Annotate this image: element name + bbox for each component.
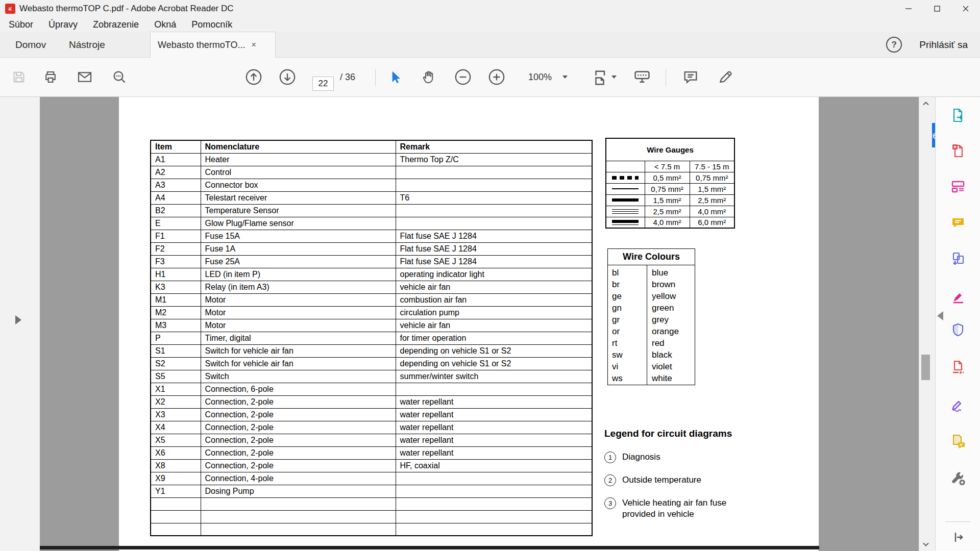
table-cell-nomenclature: Fuse 1A [201,242,396,255]
wire-colour-row: bl blue [608,267,695,279]
table-cell-nomenclature: Connection, 2-pole [201,395,396,408]
table-row: K3 Relay (in item A3) vehicle air fan [151,281,592,293]
table-cell-remark: water repellant [396,408,592,421]
table-cell-remark: water repellant [396,395,592,408]
page-number-input[interactable] [312,77,334,91]
table-cell-nomenclature: Temperature Sensor [201,204,396,217]
menu-item[interactable]: Zobrazenie [85,17,146,32]
tab-home[interactable]: Domov [15,32,46,58]
table-cell-nomenclature: Telestart receiver [201,191,396,204]
vertical-scrollbar[interactable] [919,97,932,551]
create-pdf-icon[interactable] [950,142,966,159]
table-row: F1 Fuse 15A Flat fuse SAE J 1284 [151,230,592,242]
fill-and-sign-icon[interactable] [950,396,966,412]
table-cell-remark: for timer operation [396,332,592,344]
select-tool-icon[interactable] [387,69,403,85]
menu-item[interactable]: Pomocník [184,17,240,32]
zoom-dropdown-caret-icon[interactable] [562,76,568,79]
table-cell-nomenclature: Connection, 2-pole [201,459,396,472]
protect-icon[interactable] [950,322,966,338]
navigation-pane-toggle-icon[interactable] [15,315,21,324]
wire-colour-abbr: rt [608,337,647,349]
table-cell-item: X9 [151,472,201,485]
tab-document[interactable]: Webasto thermoTO... × [150,32,276,58]
table-row: S1 Switch for vehicle air fan depending … [151,344,592,357]
search-icon[interactable] [111,69,128,85]
wire-colours-divider [647,265,647,385]
tab-tools[interactable]: Nástroje [69,32,105,58]
tab-close-icon[interactable]: × [251,40,256,49]
scroll-down-icon[interactable] [919,539,933,550]
wire-gauges-header-cell: 7.5 - 15 m [690,161,734,172]
table-cell-nomenclature: Relay (in item A3) [201,281,396,293]
table-cell-item: X6 [151,446,201,459]
save-icon[interactable] [11,69,27,85]
redact-icon[interactable] [950,288,966,304]
wire-gauge-value: 1,5 mm² [690,183,734,194]
export-pdf-icon[interactable] [950,107,966,123]
menu-item[interactable]: Súbor [1,17,41,32]
page-bottom-edge [40,546,819,549]
wire-gauges-empty-cell [606,161,645,172]
scroll-up-icon[interactable] [919,98,933,109]
tools-pane-collapse-icon[interactable] [937,311,943,320]
table-cell-remark [396,497,592,510]
previous-page-icon[interactable] [245,68,262,86]
table-cell-remark [396,179,592,191]
email-icon[interactable] [77,69,93,85]
page-display-icon[interactable] [633,68,651,86]
wire-colour-name: grey [647,314,695,325]
menu-item[interactable]: Úpravy [41,17,85,32]
table-cell-nomenclature: Glow Plug/Flame sensor [201,217,396,230]
help-icon[interactable]: ? [886,37,902,53]
components-table: Item Nomenclature Remark A1 Heater Therm… [150,140,593,536]
table-cell-remark: vehicle air fan [396,319,592,332]
table-row: B2 Temperature Sensor [151,204,592,217]
wire-colours-table: Wire Colours bl blue br brown [607,248,695,385]
wire-gauge-value: 0,5 mm² [645,172,690,183]
next-page-icon[interactable] [279,68,296,86]
table-cell-nomenclature [201,510,396,523]
table-row: H1 LED (in item P) operating indicator l… [151,268,592,281]
table-cell-item: S2 [151,357,201,370]
close-button[interactable] [951,0,980,17]
open-tools-pane-icon[interactable] [950,529,966,545]
table-row: Y1 Dosing Pump [151,485,592,497]
wire-colour-row: ge yellow [608,290,695,302]
fit-width-icon[interactable] [592,68,610,86]
pdf-page: Item Nomenclature Remark A1 Heater Therm… [119,97,819,551]
scrollbar-thumb[interactable] [921,355,930,380]
compress-pdf-icon[interactable] [950,359,966,375]
sign-in-button[interactable]: Prihlásiť sa [919,39,968,51]
combine-files-icon[interactable] [950,251,966,267]
table-cell-remark: summer/winter switch [396,370,592,383]
comment-tool-icon[interactable] [682,68,699,86]
send-for-review-icon[interactable] [950,433,966,449]
minimize-button[interactable] [894,0,923,17]
table-cell-nomenclature: Fuse 25A [201,255,396,268]
hand-tool-icon[interactable] [421,69,437,85]
table-row: X6 Connection, 2-pole water repellant [151,446,592,459]
zoom-out-icon[interactable] [454,68,472,86]
wire-gauges-row: 0,5 mm² 0,75 mm² [606,172,734,183]
print-icon[interactable] [43,69,58,85]
fit-dropdown-caret-icon[interactable] [611,76,617,79]
wire-gauges-header-row: < 7.5 m 7.5 - 15 m [606,161,734,172]
menu-item[interactable]: Okná [146,17,184,32]
wire-gauges-row: 2,5 mm² 4,0 mm² [606,206,734,217]
comment-icon[interactable] [950,215,966,231]
wire-colour-name: green [647,302,695,314]
pencil-tool-icon[interactable] [717,68,734,86]
zoom-in-icon[interactable] [488,68,505,86]
table-row: X9 Connection, 4-pole [151,472,592,485]
wire-style-cell [606,217,645,228]
more-tools-icon[interactable] [950,470,966,486]
edit-pdf-icon[interactable] [950,178,966,194]
table-cell-item: A2 [151,166,201,179]
table-cell-item: X2 [151,395,201,408]
table-cell-item: X3 [151,408,201,421]
table-cell-item: M2 [151,306,201,319]
maximize-button[interactable] [923,0,951,17]
table-cell-remark: Flat fuse SAE J 1284 [396,242,592,255]
wire-colour-name: orange [647,325,695,337]
